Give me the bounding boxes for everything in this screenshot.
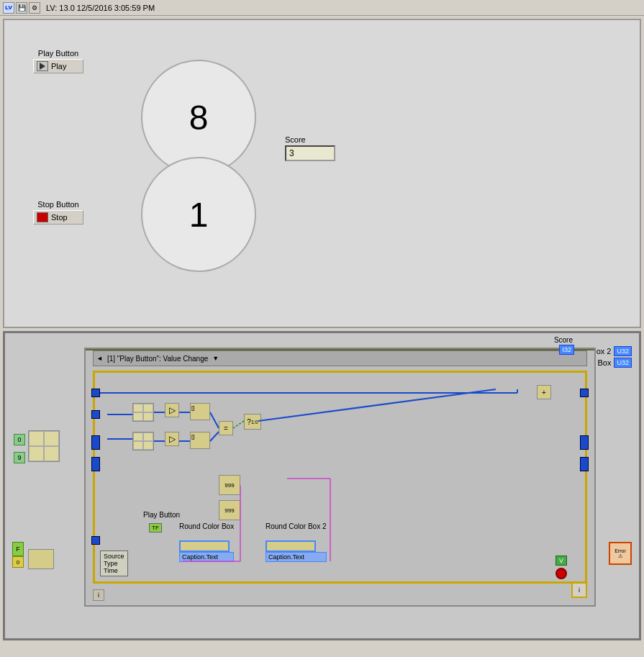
rcb2-caption: Caption.Text xyxy=(266,552,327,562)
play-button-label: Play Button xyxy=(33,49,83,58)
error-box: Error⚠ xyxy=(609,542,632,565)
play-button-text: Play xyxy=(51,62,66,71)
const-num-bottom: 0 xyxy=(12,556,24,568)
titlebar: LV 💾 ⚙ LV: 13.0 12/5/2016 3:05:59 PM xyxy=(0,0,644,16)
time-label: Time xyxy=(104,567,124,574)
stop-button-area: Stop Button Stop xyxy=(33,200,83,225)
block-diagram: 0 9 F 0 ◄ [1] "Play But xyxy=(3,331,641,640)
shift-reg-right-top xyxy=(580,435,589,450)
bottom-rcb2-badge: U32 xyxy=(614,346,632,356)
score-diagram-label: Score xyxy=(554,336,573,344)
score-i32-badge: I32 xyxy=(559,345,574,355)
score-label: Score xyxy=(285,135,335,144)
num-999-1: 999 xyxy=(219,475,240,495)
tunnel-left-top xyxy=(91,389,100,397)
bool-tf-box: TF xyxy=(149,523,162,533)
num-999-2: 999 xyxy=(219,500,240,520)
score-input[interactable] xyxy=(285,145,335,161)
lv-icon: LV xyxy=(3,2,14,14)
error-icon: Error⚠ xyxy=(614,548,626,559)
bool-false: F xyxy=(12,542,24,556)
play-button[interactable]: Play xyxy=(33,59,83,73)
round-color-box2-area: Round Color Box 2 Caption.Text xyxy=(266,533,327,562)
rcb-caption: Caption.Text xyxy=(179,552,234,562)
stop-button-label: Stop Button xyxy=(33,200,83,209)
stop-button[interactable]: Stop xyxy=(33,210,83,225)
titlebar-icons: LV 💾 ⚙ xyxy=(3,2,40,14)
circle-1-value: 8 xyxy=(189,98,209,137)
random-component xyxy=(28,430,60,462)
arrow-comp-1: ▷ xyxy=(165,403,179,417)
add-box: + xyxy=(537,385,551,399)
round-color-box-area: Round Color Box Caption.Text xyxy=(179,533,234,562)
play-triangle-icon xyxy=(40,63,45,70)
stop-icon xyxy=(37,212,48,222)
play-button-area: Play Button Play xyxy=(33,49,83,73)
circle-display-2: 1 xyxy=(141,157,256,272)
rcb2-label: Round Color Box 2 xyxy=(266,522,327,530)
event-header-text: [1] "Play Button": Value Change xyxy=(107,355,208,363)
array-box-1: [] xyxy=(190,403,210,420)
rand-display-1: 999 xyxy=(219,475,240,495)
rcb2-display xyxy=(266,540,316,552)
loop-iterator: i xyxy=(571,582,587,598)
loop-index-box: i xyxy=(93,589,104,601)
settings-icon: ⚙ xyxy=(29,2,40,14)
stop-button-text: Stop xyxy=(51,213,68,222)
front-panel: Play Button Play 8 1 Score Stop Button S… xyxy=(3,19,641,328)
equal-box: = xyxy=(219,421,233,435)
diagram-frame: ◄ [1] "Play Button": Value Change ▼ Scor… xyxy=(84,348,596,595)
matrix-comp-1 xyxy=(132,403,154,422)
array-box-2: [] xyxy=(190,432,210,449)
type-label: Type xyxy=(104,560,124,567)
shift-reg-right-bot xyxy=(580,457,589,471)
matrix-comp-2-inner xyxy=(132,432,154,450)
arrow-comp-2: ▷ xyxy=(165,432,179,446)
select-box: ?1:0 xyxy=(244,414,261,430)
bottom-rcb-badge: U32 xyxy=(614,358,632,368)
play-icon xyxy=(37,61,48,71)
matrix-comp-2 xyxy=(132,432,154,450)
rand-display-2: 999 xyxy=(219,500,240,520)
arrow-right-2: ▷ xyxy=(165,432,179,446)
source-type-time-box: Source Type Time xyxy=(100,550,128,576)
arrow-right-1: ▷ xyxy=(165,403,179,417)
rcb-display xyxy=(179,540,230,552)
upper-cluster xyxy=(132,403,154,422)
component-left-bottom xyxy=(28,549,54,569)
score-area: Score xyxy=(285,135,335,161)
array-index-2: [] xyxy=(190,432,210,449)
tunnel-right-top xyxy=(580,389,589,397)
tunnel-left-mid xyxy=(91,410,100,419)
circle-2-value: 1 xyxy=(189,195,209,235)
stop-condition-circle xyxy=(555,568,567,579)
tunnel-left-bottom xyxy=(91,536,100,545)
shift-reg-left-bot xyxy=(91,457,100,471)
array-index-1: [] xyxy=(190,403,210,420)
shift-reg-left-top xyxy=(91,435,100,450)
titlebar-title: LV: 13.0 12/5/2016 3:05:59 PM xyxy=(46,4,155,12)
green-v-indicator: V xyxy=(555,556,567,566)
const-nine: 9 xyxy=(14,452,25,463)
diagram-inner-frame: ◄ [1] "Play Button": Value Change ▼ Scor… xyxy=(84,348,596,607)
const-zero: 0 xyxy=(14,434,25,445)
save-icon: 💾 xyxy=(16,2,27,14)
event-header: ◄ [1] "Play Button": Value Change ▼ xyxy=(93,350,587,366)
play-button-diagram-label: Play Button xyxy=(143,511,180,519)
rcb-label: Round Color Box xyxy=(179,522,234,530)
source-label: Source xyxy=(104,553,124,560)
